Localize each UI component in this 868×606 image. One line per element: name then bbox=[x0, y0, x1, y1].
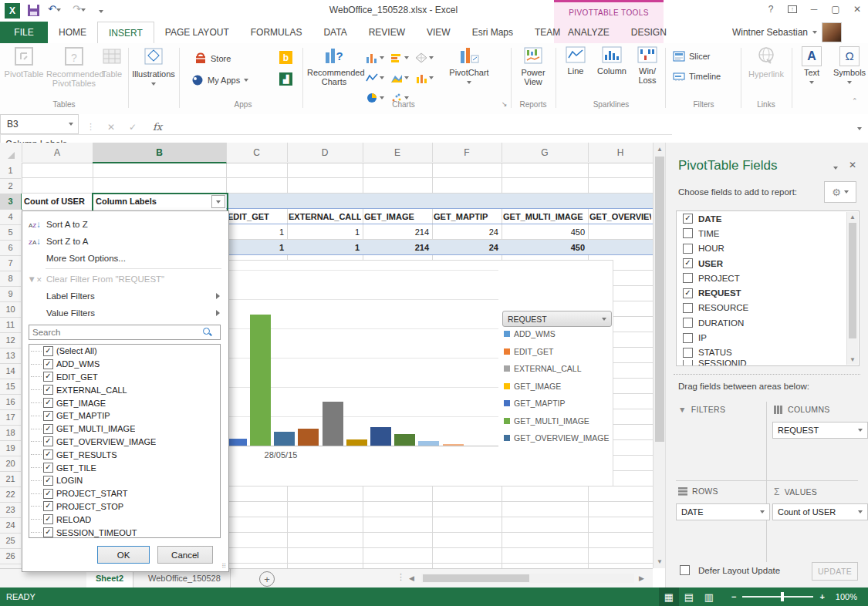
pivot-column-header-get-image[interactable]: GET_IMAGE bbox=[363, 209, 431, 224]
field-sessionid[interactable]: SESSIONID bbox=[677, 360, 859, 366]
pivot-total-cell[interactable]: 1 bbox=[287, 240, 363, 254]
chart-bar-get-overview-image[interactable] bbox=[274, 432, 295, 446]
pane-tools-button[interactable]: ⚙ bbox=[824, 181, 856, 203]
checkbox-icon[interactable]: ✓ bbox=[43, 398, 53, 408]
zoom-level[interactable]: 100% bbox=[836, 592, 857, 601]
avatar[interactable] bbox=[822, 22, 842, 42]
chart-bar-reload[interactable] bbox=[418, 441, 439, 446]
pivot-value-cell[interactable]: 24 bbox=[432, 224, 502, 240]
chart-bar-login[interactable] bbox=[346, 439, 367, 446]
menu-sort-za[interactable]: ZA↓ Sort Z to A bbox=[23, 233, 226, 250]
maximize-button[interactable]: ▢ bbox=[825, 0, 846, 19]
column-header-b[interactable]: B bbox=[93, 143, 227, 163]
filter-item-session-timeout[interactable]: ✓SESSION_TIMEOUT bbox=[29, 526, 220, 538]
page-break-view-button[interactable]: ▥ bbox=[699, 587, 719, 606]
column-header-e[interactable]: E bbox=[363, 143, 433, 162]
horizontal-scrollbar[interactable] bbox=[421, 574, 634, 583]
legend-get-maptip[interactable]: GET_MAPTIP bbox=[504, 398, 566, 409]
chart-request-field-button[interactable]: REQUEST bbox=[502, 311, 612, 327]
customize-qat-icon[interactable] bbox=[99, 6, 103, 15]
pivot-column-header-edit-get[interactable]: EDIT_GET bbox=[226, 209, 285, 224]
menu-sort-az[interactable]: AZ↓ Sort A to Z bbox=[23, 216, 226, 233]
name-box[interactable]: B3 bbox=[0, 114, 79, 134]
checkbox-icon[interactable] bbox=[683, 273, 693, 283]
field-scroll-thumb[interactable] bbox=[849, 223, 856, 338]
legend-edit-get[interactable]: EDIT_GET bbox=[504, 346, 553, 357]
legend-add-wms[interactable]: ADD_WMS bbox=[504, 328, 556, 339]
expand-formula-bar-icon[interactable] bbox=[857, 123, 862, 133]
columns-field-request[interactable]: REQUEST bbox=[772, 422, 868, 439]
vertical-scroll-thumb[interactable] bbox=[655, 157, 664, 442]
row-header-20[interactable]: 20 bbox=[0, 456, 21, 472]
hyperlink-button[interactable]: Hyperlink bbox=[744, 46, 789, 79]
field-time[interactable]: TIME bbox=[677, 226, 859, 241]
collapse-ribbon-icon[interactable]: ⌃ bbox=[852, 97, 858, 105]
tab-page-layout[interactable]: PAGE LAYOUT bbox=[154, 22, 240, 43]
sparkline-line-button[interactable]: Line bbox=[560, 46, 591, 76]
checkbox-icon[interactable]: ✓ bbox=[43, 463, 53, 473]
resize-grip-icon[interactable]: ⠿ bbox=[221, 563, 226, 570]
column-header-g[interactable]: G bbox=[502, 143, 589, 162]
sparkline-winloss-button[interactable]: Win/ Loss bbox=[633, 46, 662, 85]
checkbox-icon[interactable] bbox=[683, 333, 693, 343]
pivot-total-cell[interactable]: 1 bbox=[226, 240, 287, 254]
tab-analyze[interactable]: ANALYZE bbox=[557, 22, 620, 43]
checkbox-icon[interactable]: ✓ bbox=[43, 385, 53, 395]
insert-function-icon[interactable]: fx bbox=[148, 121, 167, 133]
page-layout-view-button[interactable]: ▤ bbox=[679, 587, 699, 606]
checkbox-icon[interactable]: ✓ bbox=[683, 288, 693, 298]
pivot-total-cell[interactable]: 24 bbox=[432, 240, 502, 254]
menu-value-filters[interactable]: Value Filters bbox=[23, 305, 226, 322]
filter-item--select-all-[interactable]: ✓(Select All) bbox=[29, 345, 220, 358]
filter-item-add-wms[interactable]: ✓ADD_WMS bbox=[29, 358, 220, 371]
checkbox-icon[interactable]: ✓ bbox=[43, 527, 53, 537]
checkbox-icon[interactable]: ✓ bbox=[43, 514, 53, 524]
row-header-26[interactable]: 26 bbox=[0, 548, 21, 564]
power-view-button[interactable]: Power View bbox=[514, 46, 552, 86]
column-header-c[interactable]: C bbox=[226, 143, 288, 162]
row-header-5[interactable]: 5 bbox=[0, 224, 21, 241]
row-header-19[interactable]: 19 bbox=[0, 440, 21, 456]
field-project[interactable]: PROJECT bbox=[677, 271, 859, 285]
row-header-9[interactable]: 9 bbox=[0, 286, 21, 302]
chart-bar-get-results[interactable] bbox=[298, 429, 319, 446]
filter-item-edit-get[interactable]: ✓EDIT_GET bbox=[29, 371, 220, 384]
minimize-button[interactable]: ─ bbox=[803, 0, 825, 19]
row-header-6[interactable]: 6 bbox=[0, 240, 21, 256]
field-date[interactable]: ✓DATE bbox=[677, 211, 859, 226]
filter-item-login[interactable]: ✓LOGIN bbox=[29, 474, 220, 487]
checkbox-icon[interactable]: ✓ bbox=[43, 424, 53, 434]
tab-review[interactable]: REVIEW bbox=[358, 22, 416, 43]
tab-insert[interactable]: INSERT bbox=[97, 22, 154, 44]
field-ip[interactable]: IP bbox=[677, 330, 859, 345]
pane-close-icon[interactable]: ✕ bbox=[849, 160, 856, 170]
close-button[interactable]: ✕ bbox=[846, 0, 868, 19]
normal-view-button[interactable]: ▦ bbox=[659, 587, 679, 606]
filter-item-reload[interactable]: ✓RELOAD bbox=[29, 513, 220, 526]
row-header-11[interactable]: 11 bbox=[0, 317, 21, 333]
row-header-25[interactable]: 25 bbox=[0, 533, 21, 549]
insert-area-chart-button[interactable] bbox=[389, 69, 410, 86]
menu-more-sort-options[interactable]: More Sort Options... bbox=[23, 250, 226, 267]
store-button[interactable]: Store bbox=[194, 52, 231, 65]
menu-clear-filter[interactable]: ▼✕ Clear Filter From "REQUEST" bbox=[23, 271, 226, 288]
insert-bar-chart-button[interactable] bbox=[389, 49, 410, 66]
menu-label-filters[interactable]: Label Filters bbox=[23, 288, 226, 305]
field-scroll-down-icon[interactable]: ▼ bbox=[847, 356, 858, 363]
pivot-value-cell[interactable]: 1 bbox=[226, 224, 287, 240]
field-list-scrollbar[interactable]: ▲ ▼ bbox=[846, 212, 858, 365]
filter-item-get-multi-image[interactable]: ✓GET_MULTI_IMAGE bbox=[29, 423, 220, 436]
symbols-button[interactable]: Ω Symbols bbox=[832, 46, 867, 86]
checkbox-icon[interactable] bbox=[683, 228, 693, 238]
people-graph-icon[interactable]: ▟ bbox=[279, 72, 292, 86]
tab-file[interactable]: FILE bbox=[0, 22, 48, 43]
tab-esri-maps[interactable]: Esri Maps bbox=[461, 22, 524, 43]
slicer-button[interactable]: Slicer bbox=[673, 51, 711, 62]
row-header-21[interactable]: 21 bbox=[0, 471, 21, 487]
row-header-17[interactable]: 17 bbox=[0, 409, 21, 426]
pivot-column-header-get-overview-image[interactable]: GET_OVERVIEW_IMAGE bbox=[588, 209, 651, 224]
chart-bar-project-stop[interactable] bbox=[394, 434, 415, 446]
row-header-13[interactable]: 13 bbox=[0, 348, 21, 364]
tab-data[interactable]: DATA bbox=[312, 22, 357, 43]
filter-item-get-maptip[interactable]: ✓GET_MAPTIP bbox=[29, 409, 220, 423]
